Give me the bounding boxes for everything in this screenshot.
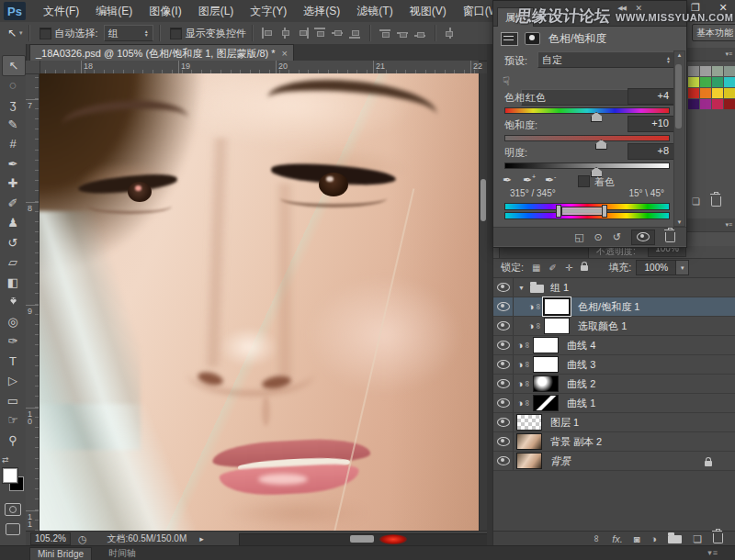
- layer-name[interactable]: 背景: [550, 454, 571, 468]
- menu-item-2[interactable]: 图像(I): [141, 0, 189, 23]
- color-swatch-3[interactable]: [724, 66, 735, 76]
- panel-menu-icon[interactable]: ▾≡: [725, 221, 732, 229]
- delete-layer-icon[interactable]: [713, 533, 723, 543]
- visibility-toggle[interactable]: [631, 230, 655, 245]
- mask-link-icon[interactable]: ∞: [523, 342, 532, 348]
- eye-icon[interactable]: [497, 398, 510, 408]
- visibility-cell[interactable]: [493, 375, 514, 393]
- layer-name[interactable]: 曲线 3: [567, 358, 595, 372]
- align-distribute-icon-7[interactable]: [379, 28, 391, 39]
- tool-gradient[interactable]: ◧: [2, 273, 24, 292]
- layer-mask-thumbnail[interactable]: [533, 337, 559, 353]
- layer-mask-thumbnail[interactable]: [533, 395, 559, 411]
- layer-name[interactable]: 曲线 4: [567, 339, 595, 353]
- layer-mask-thumbnail[interactable]: [544, 318, 570, 334]
- properties-scrollbar[interactable]: ▲ ▼: [673, 50, 685, 227]
- layer-row-选取颜色 1[interactable]: ◑∞选取颜色 1: [493, 317, 735, 336]
- layer-name[interactable]: 色相/饱和度 1: [578, 300, 639, 314]
- panel-menu-icon[interactable]: ▾≡: [725, 50, 732, 58]
- layer-row-曲线 4[interactable]: ◑∞曲线 4: [493, 336, 735, 355]
- visibility-cell[interactable]: [493, 452, 514, 470]
- visibility-cell[interactable]: [493, 336, 514, 354]
- color-swatch-6[interactable]: [712, 77, 723, 87]
- layer-row-背景[interactable]: 背景: [493, 452, 735, 471]
- layer-name[interactable]: 组 1: [550, 281, 569, 295]
- layer-row-背景 副本 2[interactable]: 背景 副本 2: [493, 432, 735, 452]
- layer-thumbnail[interactable]: [516, 453, 542, 469]
- fill-value[interactable]: 100%: [636, 260, 676, 275]
- layer-name[interactable]: 图层 1: [550, 416, 579, 430]
- lightness-value-field[interactable]: +8: [628, 143, 674, 160]
- mask-link-icon[interactable]: ∞: [534, 323, 543, 329]
- eye-icon[interactable]: [497, 437, 510, 446]
- align-distribute-icon-5[interactable]: [349, 28, 361, 39]
- layer-name[interactable]: 选取颜色 1: [578, 319, 627, 333]
- disclosure-triangle-icon[interactable]: ▼: [518, 285, 525, 291]
- eye-icon[interactable]: [497, 379, 510, 388]
- lock-transparency-icon[interactable]: ▦: [532, 263, 540, 273]
- eye-icon[interactable]: [497, 341, 510, 350]
- colorize-checkbox[interactable]: [578, 175, 590, 187]
- eye-icon[interactable]: [497, 321, 510, 330]
- tool-hand[interactable]: ☞: [2, 410, 24, 430]
- scroll-up-icon[interactable]: ▲: [674, 52, 684, 58]
- layer-mask-thumbnail[interactable]: [533, 356, 559, 373]
- tool-move[interactable]: ↖: [2, 55, 26, 76]
- visibility-cell[interactable]: [493, 278, 514, 297]
- canvas-horizontal-scrollbar[interactable]: [239, 533, 489, 546]
- new-layer-icon[interactable]: ❏: [693, 534, 702, 543]
- menu-item-3[interactable]: 图层(L): [190, 0, 243, 23]
- tool-crop[interactable]: #: [2, 134, 24, 153]
- show-transform-checkbox[interactable]: [170, 28, 182, 39]
- mask-link-icon[interactable]: ∞: [534, 304, 543, 309]
- tool-eraser[interactable]: ▱: [2, 252, 24, 272]
- saturation-value-field[interactable]: +10: [628, 116, 674, 132]
- horizontal-scrollbar-thumb[interactable]: [350, 535, 374, 543]
- status-menu-arrow-icon[interactable]: ▸: [199, 534, 204, 543]
- eye-icon[interactable]: [497, 418, 510, 427]
- menu-item-0[interactable]: 文件(F): [35, 0, 87, 23]
- align-distribute-icon-3[interactable]: [314, 28, 326, 39]
- menu-item-6[interactable]: 滤镜(T): [348, 0, 401, 23]
- tool-zoom[interactable]: ⚲: [2, 431, 24, 450]
- collapse-panel-icon[interactable]: ◀◀: [617, 5, 626, 12]
- saturation-slider-thumb[interactable]: [595, 140, 607, 150]
- lock-pixels-icon[interactable]: ✐: [549, 263, 557, 273]
- visibility-cell[interactable]: [493, 355, 514, 374]
- tool-spot-healing[interactable]: ✚: [2, 174, 24, 193]
- hue-range-selection[interactable]: [561, 207, 604, 216]
- auto-select-checkbox[interactable]: [40, 28, 51, 39]
- align-distribute-icon-0[interactable]: [262, 28, 274, 39]
- workspace-switcher-button[interactable]: 基本功能: [692, 24, 735, 41]
- lightness-slider[interactable]: [504, 162, 670, 169]
- hue-range-handle-right[interactable]: [602, 205, 607, 218]
- foreground-color-swatch[interactable]: [3, 468, 17, 483]
- align-distribute-icon-11[interactable]: [445, 28, 457, 39]
- close-panel-icon[interactable]: ✕: [635, 4, 642, 13]
- tab-timeline[interactable]: 时间轴: [101, 547, 143, 560]
- layer-row-曲线 1[interactable]: ◑∞曲线 1: [493, 394, 735, 413]
- layer-thumbnail[interactable]: [516, 433, 542, 450]
- layer-name[interactable]: 曲线 2: [567, 377, 595, 391]
- tool-marquee[interactable]: ◌: [2, 75, 24, 95]
- layer-row-曲线 3[interactable]: ◑∞曲线 3: [493, 355, 735, 375]
- color-swatch-2[interactable]: [712, 66, 723, 76]
- color-swatch-7[interactable]: [724, 77, 735, 87]
- align-distribute-icon-2[interactable]: [297, 28, 309, 39]
- hue-range-handle-left[interactable]: [556, 205, 561, 218]
- menu-item-1[interactable]: 编辑(E): [87, 0, 141, 23]
- mask-link-icon[interactable]: ∞: [523, 400, 532, 406]
- align-distribute-icon-4[interactable]: [332, 28, 344, 39]
- eye-icon[interactable]: [497, 302, 510, 311]
- hue-value-field[interactable]: +4: [628, 88, 674, 105]
- layer-row-色相/饱和度 1[interactable]: ◑∞色相/饱和度 1: [493, 297, 735, 317]
- blend-mode-dropdown[interactable]: [499, 246, 589, 259]
- delete-adjustment-icon[interactable]: [665, 232, 675, 242]
- properties-scrollbar-thumb[interactable]: [675, 64, 682, 129]
- tool-type[interactable]: T: [2, 352, 24, 371]
- restore-window-icon[interactable]: ❐: [687, 2, 704, 14]
- document-tab-close-icon[interactable]: ×: [282, 48, 288, 59]
- layer-name[interactable]: 背景 副本 2: [550, 435, 602, 449]
- color-swatch-1[interactable]: [700, 66, 711, 76]
- panel-menu-icon[interactable]: ▾≡: [707, 548, 718, 557]
